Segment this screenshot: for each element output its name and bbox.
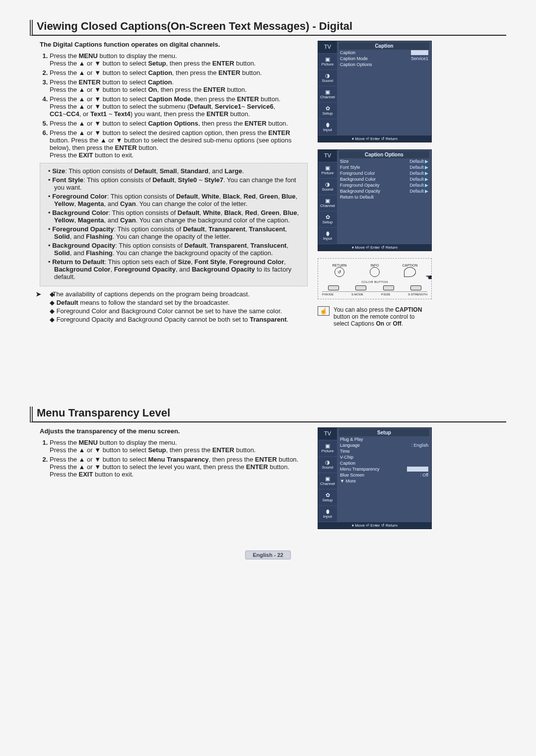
step: Press the MENU button to display the men… <box>50 52 308 67</box>
section2-title: Menu Transparency Level <box>30 407 506 422</box>
step: Press the ▲ or ▼ button to select Captio… <box>50 120 308 127</box>
caption-button-icon <box>404 267 416 277</box>
sidebar-item: ✿Setup <box>318 103 337 119</box>
osd-header: Caption Options <box>339 151 429 158</box>
tip-text: You can also press the CAPTION button on… <box>334 306 432 327</box>
sidebar-item: ◑Sound <box>318 70 337 86</box>
note: Foreground Color and Background Color ca… <box>50 307 308 315</box>
osd-footer: ♦ Move ⏎ Enter ↺ Return <box>318 522 431 529</box>
option: Background Opacity: This option consists… <box>54 242 301 257</box>
option: Font Style: This option consists of Defa… <box>54 176 301 191</box>
page-footer: English - 22 <box>30 551 506 558</box>
color-button-icon <box>410 285 421 290</box>
step: Press the ENTER button to select Caption… <box>50 78 308 93</box>
tip-box: ☝ You can also press the CAPTION button … <box>318 306 432 327</box>
section1-steps: Press the MENU button to display the men… <box>30 52 308 159</box>
step: Press the ▲ or ▼ button to select Menu T… <box>50 456 308 478</box>
option: Foreground Color: This option consists o… <box>54 193 301 207</box>
hand-press-icon: ☝ <box>318 306 330 316</box>
osd-row: Caption Options <box>339 62 429 68</box>
step: Press the MENU button to display the men… <box>50 439 308 454</box>
option: Background Color: This option consists o… <box>54 209 301 224</box>
sidebar-item: ⬮Input <box>318 119 337 136</box>
return-button-icon: ↺ <box>335 267 344 277</box>
osd-footer: ♦ Move ⏎ Enter ↺ Return <box>318 244 431 251</box>
sidebar-item: ▣Channel <box>318 86 337 103</box>
osd-caption-menu: TV ▣Picture ◑Sound ▣Channel ✿Setup ⬮Inpu… <box>318 41 432 142</box>
option: Return to Default: This option sets each… <box>54 258 301 280</box>
color-button-icon <box>383 285 394 290</box>
option: Foreground Opacity: This option consists… <box>54 225 301 240</box>
options-box: Size: This option consists of Default, S… <box>40 163 308 286</box>
step: Press the ▲ or ▼ button to select Captio… <box>50 95 308 118</box>
option: Size: This option consists of Default, S… <box>54 167 301 175</box>
color-button-icon <box>355 285 366 290</box>
section1-title: Viewing Closed Captions(On-Screen Text M… <box>30 20 506 36</box>
sidebar-item: ▣Picture <box>318 54 337 70</box>
section2-steps: Press the MENU button to display the men… <box>30 439 308 478</box>
section2-intro: Adjusts the transparency of the menu scr… <box>40 427 308 435</box>
info-button-icon <box>370 267 380 277</box>
note: Default means to follow the standard set… <box>50 299 308 306</box>
step: Press the ▲ or ▼ button to select the de… <box>50 129 308 159</box>
remote-illustration: ☚ RETURN↺ INFO CAPTION COLOR BUTTON P.MO… <box>318 258 432 299</box>
notes-block: ➤The availability of captions depends on… <box>50 290 308 323</box>
step: Press the ▲ or ▼ button to select Captio… <box>50 69 308 76</box>
page-number: English - 22 <box>245 550 291 559</box>
pointer-icon: ☚ <box>425 274 432 281</box>
osd-row: Caption ModeService1 <box>339 56 429 62</box>
osd-header: Setup <box>339 429 429 436</box>
color-button-icon <box>328 285 339 290</box>
osd-setup-menu: TV ▣Picture ◑Sound ▣Channel ✿Setup ⬮Inpu… <box>318 427 432 529</box>
osd-footer: ♦ Move ⏎ Enter ↺ Return <box>318 136 431 142</box>
osd-caption-options-menu: TV ▣Picture ◑Sound ▣Channel ✿Setup ⬮Inpu… <box>318 149 432 251</box>
osd-header: Caption <box>339 42 429 50</box>
note: Foreground Opacity and Background Opacit… <box>50 316 308 323</box>
osd-row: CaptionDefault <box>339 50 429 56</box>
section1-intro: The Digital Captions function operates o… <box>40 41 308 48</box>
note: ➤The availability of captions depends on… <box>50 290 308 298</box>
